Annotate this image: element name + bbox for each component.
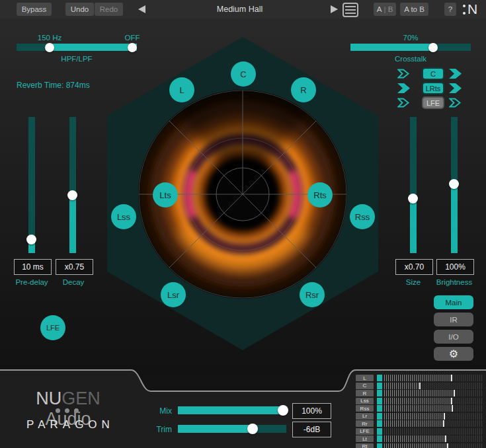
channel-node-r[interactable]: R — [291, 77, 316, 102]
meter-channel-label: Lt — [356, 435, 374, 442]
channel-node-rsr[interactable]: Rsr — [300, 282, 325, 307]
meter-peak-marker — [451, 398, 452, 404]
product-name: PARAGON — [19, 418, 118, 431]
meter-row: LFE — [356, 428, 484, 435]
meter-channel-label: R — [356, 390, 374, 396]
meter-rows: LCRLssRssLrRrLFELtRt — [356, 375, 484, 448]
brightness-handle[interactable] — [449, 179, 459, 189]
mix-handle[interactable] — [278, 405, 288, 416]
route-lfe-button[interactable]: LFE — [422, 96, 444, 109]
meter-row: Lss — [356, 398, 484, 404]
preset-name[interactable]: Medium Hall — [198, 0, 281, 19]
channel-node-lts[interactable]: Lts — [153, 182, 178, 207]
crosstalk-handle[interactable] — [428, 43, 438, 52]
channel-node-rts[interactable]: Rts — [307, 182, 333, 207]
channel-node-lfe[interactable]: LFE — [40, 315, 65, 340]
meter-bar — [376, 383, 484, 389]
crosstalk-slider[interactable] — [350, 44, 471, 51]
brightness-label: Brightness — [428, 278, 481, 286]
meter-row: R — [356, 390, 484, 396]
route-in-lrts-chevron-icon[interactable] — [397, 83, 410, 93]
undo-button[interactable]: Undo — [65, 3, 94, 16]
preset-list-icon[interactable] — [343, 3, 358, 17]
next-preset-icon[interactable] — [331, 5, 338, 13]
ab-b-label: B — [388, 5, 393, 13]
meter-peak-marker — [451, 375, 452, 381]
ab-compare-button[interactable]: A | B — [374, 3, 396, 16]
paragon-plugin-window: Bypass Undo Redo Medium Hall A | B A to … — [0, 0, 486, 448]
hpf-lpf-slider[interactable] — [17, 44, 137, 51]
meter-bar — [376, 420, 484, 427]
lpf-value-label: OFF — [112, 34, 152, 42]
meter-channel-label: Lss — [356, 398, 374, 404]
ab-a-label: A — [377, 5, 382, 13]
meter-channel-label: L — [356, 375, 374, 381]
meter-row: Lr — [356, 413, 484, 420]
hpf-handle[interactable] — [45, 43, 54, 52]
meter-peak-marker — [419, 383, 421, 389]
settings-button[interactable]: ⚙ — [434, 347, 473, 361]
meter-bar — [376, 390, 484, 396]
route-in-c-chevron-icon[interactable] — [397, 69, 410, 79]
channel-node-l[interactable]: L — [169, 77, 194, 102]
meter-row: C — [356, 383, 484, 389]
brightness-fader[interactable] — [451, 117, 458, 253]
crosstalk-label: Crosstalk — [378, 55, 444, 63]
channel-node-c[interactable]: C — [231, 61, 256, 87]
meter-bar — [376, 413, 484, 420]
title-bar: Bypass Undo Redo Medium Hall A | B A to … — [0, 0, 486, 19]
trim-handle[interactable] — [247, 424, 258, 434]
redo-button[interactable]: Redo — [95, 3, 123, 16]
pre-delay-value[interactable]: 10 ms — [14, 259, 52, 275]
page-io-button[interactable]: I/O — [434, 330, 473, 344]
trim-value[interactable]: -6dB — [292, 422, 331, 437]
meter-row: Rt — [356, 443, 484, 448]
bypass-button[interactable]: Bypass — [17, 3, 52, 16]
route-in-lfe-chevron-icon[interactable] — [397, 98, 410, 108]
mix-label: Mix — [139, 406, 172, 416]
meter-peak-marker — [444, 413, 445, 420]
route-out-c-chevron-icon[interactable] — [449, 69, 462, 79]
meter-bar — [376, 375, 484, 381]
pre-delay-handle[interactable] — [26, 235, 36, 244]
decay-value[interactable]: x0.75 — [56, 259, 93, 275]
mix-slider[interactable] — [178, 406, 286, 414]
meter-bar — [376, 435, 484, 442]
meter-row: L — [356, 375, 484, 381]
meter-channel-label: LFE — [356, 428, 374, 435]
gear-icon: ⚙ — [449, 348, 458, 360]
a-to-b-button[interactable]: A to B — [400, 3, 428, 16]
route-lrts-button[interactable]: LRts — [422, 82, 444, 94]
channel-node-lss[interactable]: Lss — [111, 204, 136, 229]
size-value[interactable]: x0.70 — [395, 259, 433, 275]
trim-slider[interactable] — [178, 425, 286, 433]
mix-value[interactable]: 100% — [292, 403, 331, 419]
page-ir-button[interactable]: IR — [434, 313, 473, 326]
brightness-value[interactable]: 100% — [436, 259, 474, 275]
meter-bar — [376, 443, 484, 448]
decay-fader[interactable] — [69, 117, 76, 253]
meter-row: Lt — [356, 435, 484, 442]
meter-channel-label: C — [356, 383, 374, 389]
previous-preset-icon[interactable] — [138, 5, 145, 13]
route-out-lfe-chevron-icon[interactable] — [449, 98, 462, 108]
trim-label: Trim — [139, 425, 172, 434]
decay-handle[interactable] — [67, 190, 77, 200]
channel-node-rss[interactable]: Rss — [350, 204, 375, 229]
route-c-button[interactable]: C — [422, 67, 444, 80]
size-fader[interactable] — [410, 117, 417, 253]
lpf-handle[interactable] — [128, 43, 137, 52]
meter-peak-marker — [454, 390, 455, 396]
crosstalk-value-label: 70% — [391, 34, 430, 42]
channel-node-lsr[interactable]: Lsr — [161, 282, 186, 307]
size-handle[interactable] — [408, 194, 418, 204]
pre-delay-fader[interactable] — [28, 117, 35, 253]
route-out-lrts-chevron-icon[interactable] — [449, 83, 462, 93]
meter-peak-marker — [445, 435, 446, 442]
decay-label: Decay — [47, 278, 100, 286]
reverb-time-readout: Reverb Time: 874ms — [17, 81, 122, 90]
meter-channel-label: Lr — [356, 413, 374, 420]
help-button[interactable]: ? — [444, 3, 456, 16]
meter-bar — [376, 398, 484, 404]
page-main-button[interactable]: Main — [434, 295, 473, 309]
